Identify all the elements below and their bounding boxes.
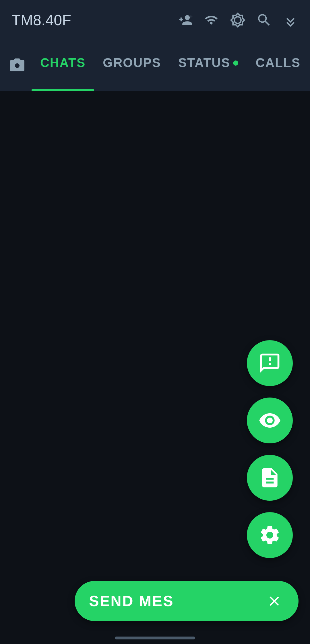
send-message-label: SEND MES: [89, 592, 174, 610]
more-icon[interactable]: [282, 12, 299, 28]
fab-container: [247, 340, 293, 558]
tab-calls[interactable]: CALLS: [247, 40, 309, 91]
tab-groups[interactable]: GROUPS: [94, 40, 170, 91]
home-indicator: [115, 637, 195, 639]
nav-tabs: CHATS GROUPS STATUS CALLS: [32, 40, 309, 91]
tab-chats[interactable]: CHATS: [32, 40, 94, 91]
status-notification-dot: [233, 60, 238, 66]
document-fab-button[interactable]: [247, 455, 293, 501]
close-send-message-button[interactable]: [264, 591, 284, 611]
main-content: SEND MES: [0, 91, 310, 644]
status-bar-icons: +: [178, 12, 299, 28]
settings-fab-button[interactable]: [247, 512, 293, 558]
status-bar: TM8.40F +: [0, 0, 310, 40]
tab-status[interactable]: STATUS: [170, 40, 247, 91]
camera-button[interactable]: [9, 53, 26, 79]
wifi-icon: [203, 13, 219, 27]
chat-fab-button[interactable]: [247, 340, 293, 386]
add-contact-icon: +: [178, 13, 193, 28]
send-message-bar[interactable]: SEND MES: [75, 581, 299, 621]
brightness-icon: [230, 12, 246, 28]
nav-bar: CHATS GROUPS STATUS CALLS: [0, 40, 310, 91]
svg-text:+: +: [189, 13, 193, 20]
search-icon[interactable]: [256, 12, 272, 28]
status-bar-time: TM8.40F: [11, 11, 169, 29]
eye-fab-button[interactable]: [247, 398, 293, 443]
